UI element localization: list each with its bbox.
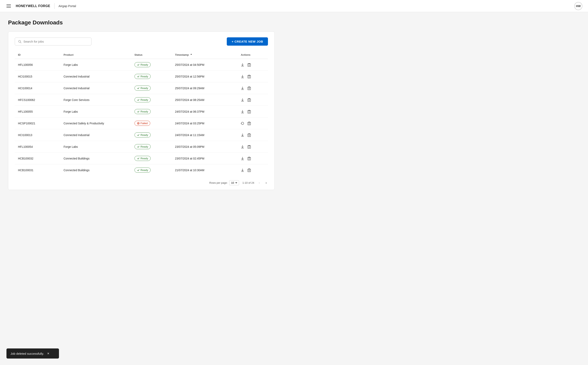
- create-new-job-button[interactable]: + CREATE NEW JOB: [227, 37, 268, 46]
- search-input[interactable]: [23, 40, 88, 43]
- next-page-button[interactable]: ›: [264, 180, 268, 186]
- delete-button[interactable]: [248, 63, 251, 67]
- cell-product: Connected Industrial: [60, 82, 131, 94]
- status-badge: Ready: [134, 168, 151, 173]
- cell-id: HCB100032: [15, 153, 60, 164]
- download-button[interactable]: [241, 145, 244, 149]
- table-row: HFL100055 Forge Labs Ready 24/07/2024 at…: [15, 106, 268, 118]
- rows-per-page-select[interactable]: 10 25 50: [229, 180, 239, 185]
- rows-per-page-label: Rows per page:: [209, 181, 228, 184]
- cell-timestamp: 21/07/2024 at 10:30AM: [172, 164, 238, 176]
- cell-timestamp: 23/07/2024 at 02:45PM: [172, 153, 238, 164]
- cell-actions: [238, 141, 268, 153]
- table-row: HCB100031 Connected Buildings Ready 21/0…: [15, 164, 268, 176]
- cell-actions: [238, 71, 268, 82]
- retry-button[interactable]: [241, 121, 244, 125]
- check-icon: [137, 110, 140, 113]
- col-timestamp[interactable]: Timestamp: [172, 51, 238, 59]
- jobs-table: ID Product Status Timestamp Actions: [15, 51, 268, 176]
- delete-button[interactable]: [248, 86, 251, 90]
- cell-timestamp: 24/07/2024 at 11:15AM: [172, 129, 238, 141]
- svg-rect-68: [248, 146, 251, 148]
- cell-timestamp: 24/07/2024 at 06:37PM: [172, 106, 238, 118]
- download-button[interactable]: [241, 86, 244, 90]
- cell-timestamp: 25/07/2024 at 04:50PM: [172, 59, 238, 71]
- cell-id: HFL100054: [15, 141, 60, 153]
- table-row: HCB100032 Connected Buildings Ready 23/0…: [15, 153, 268, 164]
- download-button[interactable]: [241, 110, 244, 113]
- delete-button[interactable]: [248, 145, 251, 149]
- cell-status: Ready: [131, 82, 172, 94]
- cell-product: Forge Labs: [60, 141, 131, 153]
- delete-button[interactable]: [248, 133, 251, 137]
- download-button[interactable]: [241, 98, 244, 102]
- check-icon: [137, 99, 140, 101]
- delete-button[interactable]: [248, 168, 251, 172]
- cell-actions: [238, 106, 268, 118]
- menu-icon[interactable]: [6, 4, 12, 8]
- cell-id: HFL100056: [15, 59, 60, 71]
- cell-id: HCSP100021: [15, 118, 60, 129]
- page-title: Package Downloads: [8, 19, 275, 26]
- delete-button[interactable]: [248, 157, 251, 160]
- cell-id: HFCS100062: [15, 94, 60, 106]
- avatar[interactable]: HW: [574, 2, 582, 10]
- svg-rect-4: [248, 64, 251, 66]
- cell-status: Ready: [131, 59, 172, 71]
- cell-actions: [238, 129, 268, 141]
- table-row: HFL100056 Forge Labs Ready 25/07/2024 at…: [15, 59, 268, 71]
- toast-message: Job deleted successfully.: [11, 352, 44, 355]
- rows-per-page-control: Rows per page: 10 25 50: [209, 180, 239, 185]
- svg-rect-59: [248, 134, 251, 137]
- cell-timestamp: 25/07/2024 at 12:56PM: [172, 71, 238, 82]
- status-badge: Ready: [134, 62, 151, 67]
- status-badge: Ready: [134, 109, 151, 114]
- download-button[interactable]: [241, 75, 244, 78]
- table-row: HFCS100062 Forge Core Services Ready 25/…: [15, 94, 268, 106]
- portal-name: Airgap Portal: [59, 4, 76, 8]
- table-body: HFL100056 Forge Labs Ready 25/07/2024 at…: [15, 59, 268, 176]
- status-badge: Ready: [134, 97, 151, 102]
- table-row: HCSP100021 Connected Safety & Productivi…: [15, 118, 268, 129]
- download-button[interactable]: [241, 168, 244, 172]
- cell-timestamp: 24/07/2024 at 03:25PM: [172, 118, 238, 129]
- download-button[interactable]: [241, 133, 244, 137]
- svg-rect-22: [248, 87, 251, 90]
- toast-notification: Job deleted successfully. ×: [7, 348, 59, 358]
- cell-status: Failed: [131, 118, 172, 129]
- download-button[interactable]: [241, 63, 244, 67]
- cell-product: Forge Labs: [60, 106, 131, 118]
- table-row: HFL100054 Forge Labs Ready 23/07/2024 at…: [15, 141, 268, 153]
- col-status: Status: [131, 51, 172, 59]
- col-id: ID: [15, 51, 60, 59]
- cell-timestamp: 23/07/2024 at 05:09PM: [172, 141, 238, 153]
- cell-product: Connected Buildings: [60, 164, 131, 176]
- cell-actions: [238, 59, 268, 71]
- search-wrapper[interactable]: [15, 38, 91, 45]
- col-product: Product: [60, 51, 131, 59]
- status-badge: Ready: [134, 156, 151, 161]
- delete-button[interactable]: [248, 75, 251, 78]
- app-logo: HONEYWELL FORGE: [16, 4, 50, 8]
- check-icon: [137, 87, 140, 89]
- cell-status: Ready: [131, 141, 172, 153]
- col-actions: Actions: [238, 51, 268, 59]
- svg-line-1: [20, 42, 21, 43]
- cell-status: Ready: [131, 129, 172, 141]
- check-icon: [137, 169, 140, 171]
- delete-button[interactable]: [248, 110, 251, 113]
- cell-id: HCB100031: [15, 164, 60, 176]
- check-icon: [137, 63, 140, 66]
- download-button[interactable]: [241, 157, 244, 160]
- header-divider: [54, 3, 55, 9]
- cell-product: Connected Safety & Productivity: [60, 118, 131, 129]
- svg-rect-31: [248, 99, 251, 102]
- delete-button[interactable]: [248, 98, 251, 102]
- error-icon: [137, 122, 140, 125]
- prev-page-button[interactable]: ‹: [258, 180, 261, 186]
- delete-button[interactable]: [248, 121, 251, 125]
- cell-id: HCI100013: [15, 129, 60, 141]
- cell-product: Forge Core Services: [60, 94, 131, 106]
- toast-close-button[interactable]: ×: [47, 352, 49, 355]
- cell-actions: [238, 153, 268, 164]
